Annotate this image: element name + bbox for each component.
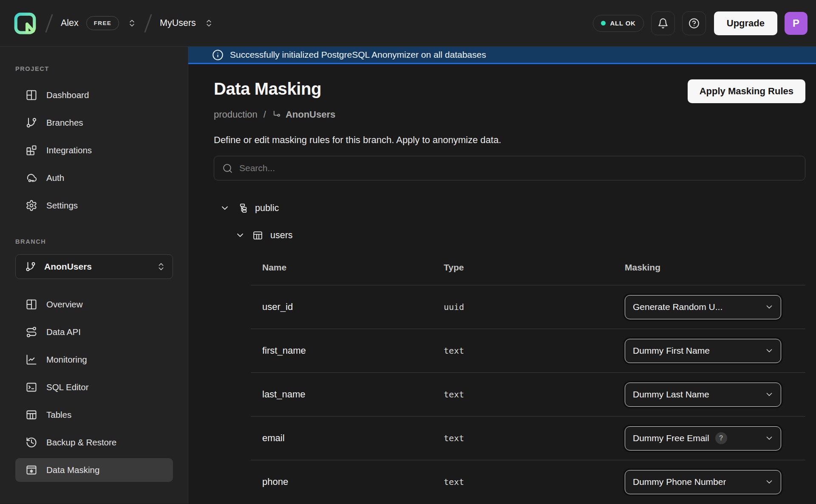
branch-icon — [26, 117, 37, 129]
gear-icon — [26, 200, 37, 211]
masking-rule-select[interactable]: Dummy Free Email ? — [625, 426, 781, 451]
breadcrumb-parent[interactable]: production — [214, 109, 258, 120]
sidebar-item-data-masking[interactable]: Data Masking — [15, 458, 173, 482]
breadcrumb: production / AnonUsers — [214, 109, 805, 120]
upgrade-button[interactable]: Upgrade — [714, 11, 777, 35]
masking-rule-select[interactable]: Dummy Last Name — [625, 383, 781, 407]
sidebar-item-backup-restore[interactable]: Backup & Restore — [15, 431, 173, 454]
column-header-name: Name — [262, 262, 444, 273]
page-description: Define or edit masking rules for this br… — [214, 135, 805, 146]
table-row: first_name text Dummy First Name — [251, 329, 805, 372]
sidebar-item-settings[interactable]: Settings — [15, 194, 173, 217]
help-badge[interactable]: ? — [715, 432, 727, 444]
sidebar-item-auth[interactable]: Auth — [15, 166, 173, 190]
project-nav: Dashboard Branches Integrations Auth Set… — [15, 83, 173, 221]
sidebar-item-label: SQL Editor — [46, 382, 89, 392]
masking-rule-select[interactable]: Dummy First Name — [625, 339, 781, 363]
chevron-down-icon[interactable] — [235, 230, 245, 240]
search-input[interactable] — [239, 163, 797, 173]
sidebar-item-label: Auth — [46, 173, 64, 183]
sidebar-item-label: Settings — [46, 200, 78, 211]
tree-row-schema: public — [220, 202, 805, 214]
branch-nav: Overview Data API Monitoring SQL Editor … — [15, 293, 173, 486]
status-ok-dot — [601, 21, 606, 25]
column-name-cell: email — [262, 433, 444, 444]
column-header-masking: Masking — [625, 262, 805, 273]
column-type-cell: text — [444, 477, 625, 487]
org-switcher-button[interactable] — [128, 19, 136, 28]
masking-rule-value: Generate Random U... — [633, 302, 722, 312]
bell-icon — [657, 18, 669, 29]
neon-logo[interactable] — [13, 11, 37, 36]
apply-masking-rules-button[interactable]: Apply Masking Rules — [688, 79, 805, 103]
success-banner: Successfully initialized PostgreSQL Anon… — [188, 47, 816, 64]
masking-icon — [26, 464, 37, 476]
tree-row-table: users — [235, 229, 805, 242]
column-header-type: Type — [444, 262, 625, 273]
table-row: last_name text Dummy Last Name — [251, 372, 805, 416]
column-type-cell: text — [444, 433, 625, 443]
chevron-down-icon — [765, 302, 774, 312]
sidebar-item-branches[interactable]: Branches — [15, 111, 173, 135]
sidebar-item-label: Dashboard — [46, 90, 89, 100]
table-header-row: Name Type Masking — [251, 250, 805, 285]
masking-table: Name Type Masking user_id uuid Generate … — [251, 250, 805, 504]
org-name[interactable]: Alex — [61, 18, 79, 28]
sidebar-item-data-api[interactable]: Data API — [15, 320, 173, 344]
table-row: email text Dummy Free Email ? — [251, 416, 805, 460]
help-button[interactable] — [682, 11, 706, 35]
table-name: users — [270, 230, 293, 241]
breadcrumb-separator: / — [264, 109, 266, 120]
chevrons-updown-icon — [204, 19, 213, 28]
sidebar-item-label: Overview — [46, 299, 82, 310]
layout-icon — [26, 89, 37, 101]
sidebar-item-sql-editor[interactable]: SQL Editor — [15, 375, 173, 399]
column-name-cell: last_name — [262, 389, 444, 400]
column-type-cell: uuid — [444, 302, 625, 312]
table-icon — [252, 230, 263, 241]
search-icon — [222, 163, 233, 174]
column-type-cell: text — [444, 346, 625, 356]
project-switcher-button[interactable] — [204, 19, 213, 28]
sidebar-item-label: Tables — [46, 410, 71, 420]
status-pill-label: ALL OK — [610, 20, 635, 27]
help-circle-icon — [688, 18, 700, 29]
chevron-down-icon[interactable] — [220, 203, 230, 213]
sidebar-item-tables[interactable]: Tables — [15, 403, 173, 427]
breadcrumb-current: AnonUsers — [272, 109, 335, 120]
notifications-button[interactable] — [651, 11, 675, 35]
user-avatar[interactable]: P — [785, 12, 808, 35]
chevrons-updown-icon — [156, 262, 166, 271]
table-rows: user_id uuid Generate Random U... first_… — [251, 285, 805, 504]
masking-rule-value: Dummy Phone Number — [633, 477, 726, 487]
masking-rule-select[interactable]: Dummy Phone Number — [625, 470, 781, 494]
sidebar-item-monitoring[interactable]: Monitoring — [15, 348, 173, 372]
terminal-icon — [26, 381, 37, 393]
sidebar-item-overview[interactable]: Overview — [15, 293, 173, 316]
project-section-label: PROJECT — [15, 65, 173, 72]
sidebar-item-label: Data Masking — [46, 465, 99, 475]
sidebar-item-label: Branches — [46, 118, 83, 128]
banner-message: Successfully initialized PostgreSQL Anon… — [230, 50, 486, 60]
chevron-down-icon — [765, 477, 774, 487]
cloud-key-icon — [26, 172, 37, 184]
project-name[interactable]: MyUsers — [160, 18, 196, 28]
sidebar-item-dashboard[interactable]: Dashboard — [15, 83, 173, 107]
child-branch-icon — [272, 110, 282, 120]
masking-rule-select[interactable]: Generate Random U... — [625, 295, 781, 319]
branch-section-label: BRANCH — [15, 238, 173, 245]
info-icon — [212, 49, 224, 61]
sidebar-item-label: Monitoring — [46, 355, 87, 365]
header-divider-slash — [45, 14, 53, 32]
chevron-down-icon — [765, 434, 774, 443]
column-name-cell: user_id — [262, 301, 444, 313]
sidebar-item-integrations[interactable]: Integrations — [15, 138, 173, 162]
table-icon — [26, 409, 37, 421]
branch-selector[interactable]: AnonUsers — [15, 254, 173, 279]
status-pill[interactable]: ALL OK — [593, 15, 643, 32]
table-row: user_id uuid Generate Random U... — [251, 285, 805, 329]
page-title: Data Masking — [214, 79, 321, 99]
column-name-cell: first_name — [262, 345, 444, 356]
header-divider-slash — [144, 14, 152, 32]
chevron-down-icon — [765, 390, 774, 399]
